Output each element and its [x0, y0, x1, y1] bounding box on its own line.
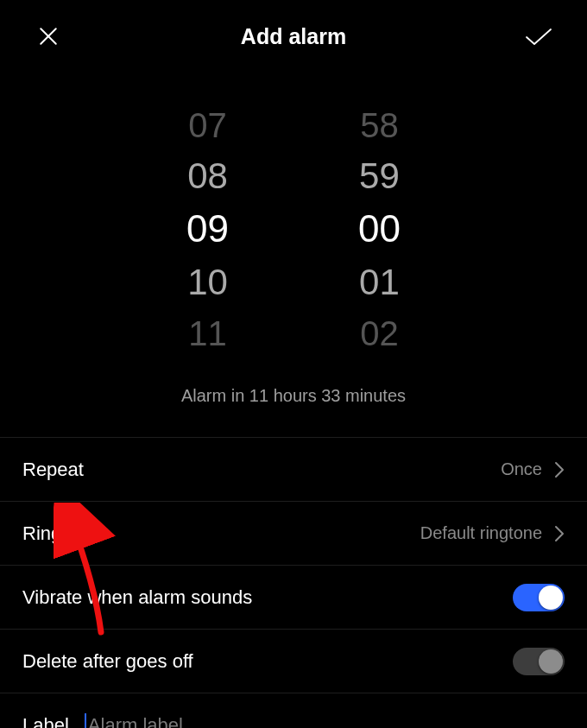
- confirm-icon[interactable]: [521, 19, 556, 54]
- label-row: Label: [0, 693, 587, 728]
- header-bar: Add alarm: [0, 0, 587, 62]
- hour-option[interactable]: 08: [187, 155, 228, 197]
- hour-option[interactable]: 10: [187, 262, 228, 303]
- repeat-row[interactable]: Repeat Once: [0, 438, 587, 502]
- ringtone-row[interactable]: Ringtone Default ringtone: [0, 502, 587, 566]
- vibrate-toggle[interactable]: [513, 584, 565, 611]
- vibrate-label: Vibrate when alarm sounds: [22, 586, 252, 609]
- delete-after-row: Delete after goes off: [0, 630, 587, 693]
- minute-option[interactable]: 01: [359, 262, 400, 303]
- repeat-value-wrap: Once: [501, 459, 565, 479]
- ringtone-value-wrap: Default ringtone: [420, 523, 565, 543]
- chevron-right-icon: [554, 525, 565, 542]
- hour-option[interactable]: 11: [188, 313, 227, 353]
- repeat-label: Repeat: [22, 459, 84, 481]
- alarm-countdown: Alarm in 11 hours 33 minutes: [0, 386, 587, 406]
- label-title: Label: [22, 714, 69, 728]
- delete-after-label: Delete after goes off: [22, 650, 193, 673]
- settings-list: Repeat Once Ringtone Default ringtone Vi…: [0, 437, 587, 728]
- close-icon[interactable]: [31, 19, 66, 54]
- hour-selected[interactable]: 09: [186, 207, 229, 251]
- minute-option[interactable]: 58: [360, 105, 399, 145]
- ringtone-value: Default ringtone: [420, 523, 542, 543]
- vibrate-row: Vibrate when alarm sounds: [0, 566, 587, 630]
- delete-after-toggle[interactable]: [513, 648, 565, 675]
- repeat-value: Once: [501, 459, 542, 479]
- alarm-label-input[interactable]: [85, 713, 447, 728]
- chevron-right-icon: [554, 461, 565, 478]
- minute-wheel[interactable]: 58 59 00 01 02: [358, 105, 401, 353]
- minute-option[interactable]: 59: [359, 155, 400, 197]
- hour-wheel[interactable]: 07 08 09 10 11: [186, 105, 229, 353]
- time-picker: 07 08 09 10 11 58 59 00 01 02: [0, 105, 587, 353]
- hour-option[interactable]: 07: [188, 105, 227, 145]
- minute-selected[interactable]: 00: [358, 207, 401, 251]
- ringtone-label: Ringtone: [22, 522, 98, 545]
- page-title: Add alarm: [66, 24, 521, 49]
- minute-option[interactable]: 02: [360, 313, 399, 353]
